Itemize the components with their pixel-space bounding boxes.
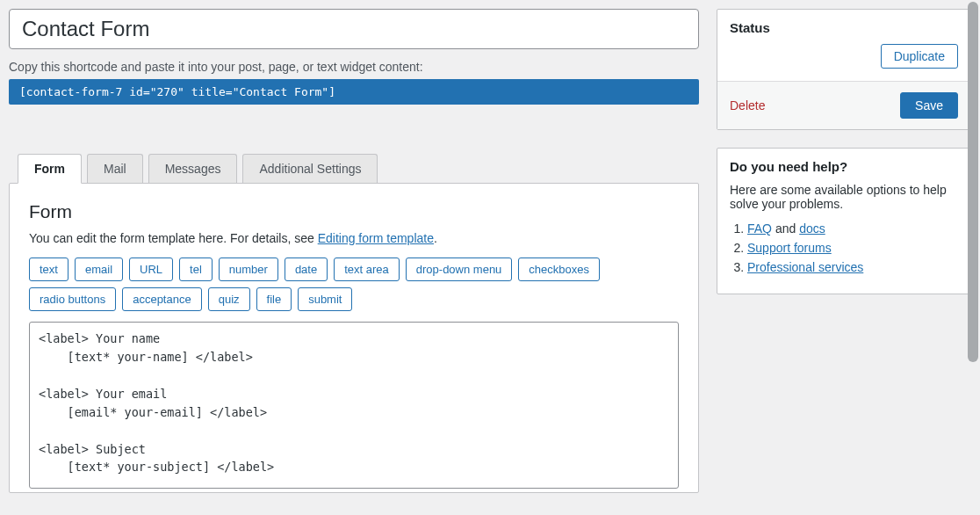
- form-template-textarea[interactable]: [29, 322, 679, 489]
- tag-text[interactable]: text: [29, 258, 68, 281]
- tab-mail[interactable]: Mail: [87, 154, 143, 183]
- help-item-3: Professional services: [747, 260, 958, 274]
- help-title: Do you need help?: [717, 149, 970, 183]
- help-item-1-mid: and: [772, 221, 799, 236]
- tabs: Form Mail Messages Additional Settings: [18, 154, 699, 183]
- help-link-professional[interactable]: Professional services: [747, 260, 863, 274]
- tag-quiz[interactable]: quiz: [208, 287, 250, 311]
- scrollbar[interactable]: [968, 2, 978, 362]
- panel-desc-prefix: You can edit the form template here. For…: [29, 231, 318, 245]
- tag-date[interactable]: date: [285, 258, 328, 281]
- tab-additional-settings[interactable]: Additional Settings: [242, 154, 378, 183]
- tag-email[interactable]: email: [75, 258, 123, 281]
- help-link-support[interactable]: Support forums: [747, 241, 832, 255]
- help-link-docs[interactable]: docs: [799, 221, 825, 236]
- help-intro: Here are some available options to help …: [730, 183, 958, 211]
- panel-description: You can edit the form template here. For…: [29, 231, 679, 245]
- form-title-input[interactable]: [9, 9, 699, 49]
- shortcode-display[interactable]: [contact-form-7 id="270" title="Contact …: [9, 79, 699, 105]
- status-metabox: Status Duplicate Delete Save: [717, 9, 971, 130]
- help-item-2: Support forums: [747, 241, 958, 255]
- tab-messages[interactable]: Messages: [148, 154, 238, 183]
- tag-url[interactable]: URL: [129, 258, 173, 281]
- help-item-1: FAQ and docs: [747, 221, 958, 236]
- panel-desc-suffix: .: [434, 231, 437, 245]
- duplicate-button[interactable]: Duplicate: [881, 44, 958, 69]
- tag-submit[interactable]: submit: [298, 287, 352, 311]
- delete-link[interactable]: Delete: [730, 98, 765, 112]
- shortcode-hint: Copy this shortcode and paste it into yo…: [9, 60, 699, 74]
- help-metabox: Do you need help? Here are some availabl…: [717, 148, 971, 294]
- tab-form[interactable]: Form: [18, 154, 82, 184]
- tag-textarea[interactable]: text area: [334, 258, 400, 281]
- tag-checkboxes[interactable]: checkboxes: [518, 258, 600, 281]
- tag-acceptance[interactable]: acceptance: [122, 287, 202, 311]
- tag-tel[interactable]: tel: [179, 258, 213, 281]
- tag-number[interactable]: number: [219, 258, 278, 281]
- help-link-faq[interactable]: FAQ: [747, 221, 772, 236]
- editing-template-link[interactable]: Editing form template: [318, 231, 434, 245]
- save-button[interactable]: Save: [900, 92, 958, 119]
- tag-dropdown[interactable]: drop-down menu: [406, 258, 513, 281]
- status-title: Status: [717, 10, 970, 44]
- panel-heading: Form: [29, 201, 679, 222]
- tag-radio[interactable]: radio buttons: [29, 287, 116, 311]
- tag-file[interactable]: file: [256, 287, 292, 311]
- tag-generator-row: text email URL tel number date text area…: [29, 258, 679, 311]
- form-panel: Form You can edit the form template here…: [9, 183, 699, 493]
